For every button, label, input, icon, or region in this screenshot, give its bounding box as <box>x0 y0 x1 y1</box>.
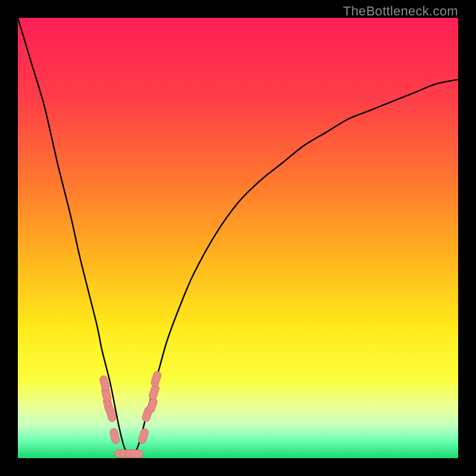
curve-marker <box>137 428 149 445</box>
chart-frame: TheBottleneck.com <box>0 0 476 476</box>
marker-group <box>99 370 162 458</box>
watermark-text: TheBottleneck.com <box>343 4 458 19</box>
curve-marker <box>150 370 162 387</box>
bottleneck-curve <box>18 18 458 455</box>
curve-marker <box>109 428 120 444</box>
plot-area <box>18 18 458 458</box>
curve-marker <box>130 450 143 458</box>
curve-layer <box>18 18 458 458</box>
